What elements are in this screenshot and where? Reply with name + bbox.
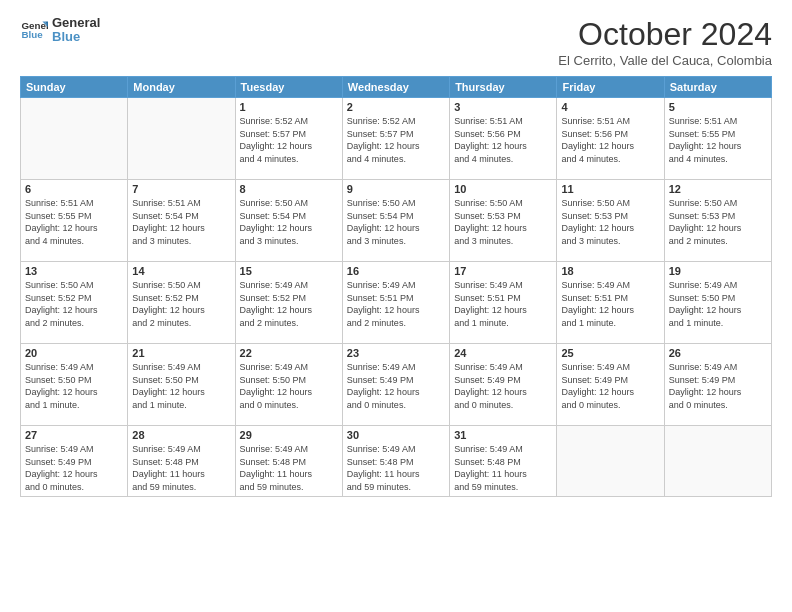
day-info: Sunrise: 5:49 AM Sunset: 5:48 PM Dayligh… <box>347 443 445 493</box>
day-number: 24 <box>454 347 552 359</box>
day-number: 6 <box>25 183 123 195</box>
title-block: October 2024 El Cerrito, Valle del Cauca… <box>558 16 772 68</box>
day-info: Sunrise: 5:49 AM Sunset: 5:49 PM Dayligh… <box>347 361 445 411</box>
day-info: Sunrise: 5:49 AM Sunset: 5:48 PM Dayligh… <box>240 443 338 493</box>
day-info: Sunrise: 5:49 AM Sunset: 5:49 PM Dayligh… <box>561 361 659 411</box>
table-row: 23Sunrise: 5:49 AM Sunset: 5:49 PM Dayli… <box>342 344 449 426</box>
day-number: 8 <box>240 183 338 195</box>
day-number: 16 <box>347 265 445 277</box>
day-number: 21 <box>132 347 230 359</box>
table-row: 13Sunrise: 5:50 AM Sunset: 5:52 PM Dayli… <box>21 262 128 344</box>
day-number: 11 <box>561 183 659 195</box>
logo: General Blue General Blue <box>20 16 100 45</box>
logo-text-general: General <box>52 16 100 30</box>
table-row: 19Sunrise: 5:49 AM Sunset: 5:50 PM Dayli… <box>664 262 771 344</box>
day-info: Sunrise: 5:49 AM Sunset: 5:52 PM Dayligh… <box>240 279 338 329</box>
table-row: 2Sunrise: 5:52 AM Sunset: 5:57 PM Daylig… <box>342 98 449 180</box>
table-row: 29Sunrise: 5:49 AM Sunset: 5:48 PM Dayli… <box>235 426 342 497</box>
day-number: 14 <box>132 265 230 277</box>
day-number: 25 <box>561 347 659 359</box>
table-row: 6Sunrise: 5:51 AM Sunset: 5:55 PM Daylig… <box>21 180 128 262</box>
day-info: Sunrise: 5:50 AM Sunset: 5:54 PM Dayligh… <box>347 197 445 247</box>
col-friday: Friday <box>557 77 664 98</box>
day-info: Sunrise: 5:49 AM Sunset: 5:48 PM Dayligh… <box>454 443 552 493</box>
col-sunday: Sunday <box>21 77 128 98</box>
day-number: 10 <box>454 183 552 195</box>
calendar: Sunday Monday Tuesday Wednesday Thursday… <box>20 76 772 497</box>
day-info: Sunrise: 5:51 AM Sunset: 5:56 PM Dayligh… <box>454 115 552 165</box>
day-info: Sunrise: 5:49 AM Sunset: 5:51 PM Dayligh… <box>347 279 445 329</box>
day-number: 7 <box>132 183 230 195</box>
table-row <box>21 98 128 180</box>
day-number: 30 <box>347 429 445 441</box>
day-info: Sunrise: 5:51 AM Sunset: 5:54 PM Dayligh… <box>132 197 230 247</box>
table-row: 9Sunrise: 5:50 AM Sunset: 5:54 PM Daylig… <box>342 180 449 262</box>
table-row: 26Sunrise: 5:49 AM Sunset: 5:49 PM Dayli… <box>664 344 771 426</box>
day-info: Sunrise: 5:50 AM Sunset: 5:52 PM Dayligh… <box>25 279 123 329</box>
day-info: Sunrise: 5:49 AM Sunset: 5:49 PM Dayligh… <box>669 361 767 411</box>
table-row: 1Sunrise: 5:52 AM Sunset: 5:57 PM Daylig… <box>235 98 342 180</box>
table-row: 14Sunrise: 5:50 AM Sunset: 5:52 PM Dayli… <box>128 262 235 344</box>
day-info: Sunrise: 5:51 AM Sunset: 5:55 PM Dayligh… <box>25 197 123 247</box>
table-row: 31Sunrise: 5:49 AM Sunset: 5:48 PM Dayli… <box>450 426 557 497</box>
table-row: 10Sunrise: 5:50 AM Sunset: 5:53 PM Dayli… <box>450 180 557 262</box>
day-info: Sunrise: 5:50 AM Sunset: 5:53 PM Dayligh… <box>561 197 659 247</box>
svg-text:Blue: Blue <box>21 30 43 41</box>
table-row: 4Sunrise: 5:51 AM Sunset: 5:56 PM Daylig… <box>557 98 664 180</box>
day-number: 12 <box>669 183 767 195</box>
day-number: 26 <box>669 347 767 359</box>
header: General Blue General Blue October 2024 E… <box>20 16 772 68</box>
table-row: 17Sunrise: 5:49 AM Sunset: 5:51 PM Dayli… <box>450 262 557 344</box>
table-row: 24Sunrise: 5:49 AM Sunset: 5:49 PM Dayli… <box>450 344 557 426</box>
table-row: 20Sunrise: 5:49 AM Sunset: 5:50 PM Dayli… <box>21 344 128 426</box>
day-number: 1 <box>240 101 338 113</box>
day-number: 4 <box>561 101 659 113</box>
day-info: Sunrise: 5:49 AM Sunset: 5:49 PM Dayligh… <box>25 443 123 493</box>
col-monday: Monday <box>128 77 235 98</box>
day-number: 5 <box>669 101 767 113</box>
day-info: Sunrise: 5:49 AM Sunset: 5:49 PM Dayligh… <box>454 361 552 411</box>
day-number: 13 <box>25 265 123 277</box>
day-number: 18 <box>561 265 659 277</box>
day-number: 23 <box>347 347 445 359</box>
table-row <box>557 426 664 497</box>
table-row: 15Sunrise: 5:49 AM Sunset: 5:52 PM Dayli… <box>235 262 342 344</box>
day-info: Sunrise: 5:49 AM Sunset: 5:50 PM Dayligh… <box>240 361 338 411</box>
day-info: Sunrise: 5:50 AM Sunset: 5:52 PM Dayligh… <box>132 279 230 329</box>
table-row: 18Sunrise: 5:49 AM Sunset: 5:51 PM Dayli… <box>557 262 664 344</box>
location: El Cerrito, Valle del Cauca, Colombia <box>558 53 772 68</box>
day-number: 31 <box>454 429 552 441</box>
table-row <box>128 98 235 180</box>
day-info: Sunrise: 5:52 AM Sunset: 5:57 PM Dayligh… <box>240 115 338 165</box>
col-saturday: Saturday <box>664 77 771 98</box>
col-thursday: Thursday <box>450 77 557 98</box>
day-number: 28 <box>132 429 230 441</box>
table-row: 28Sunrise: 5:49 AM Sunset: 5:48 PM Dayli… <box>128 426 235 497</box>
table-row: 7Sunrise: 5:51 AM Sunset: 5:54 PM Daylig… <box>128 180 235 262</box>
table-row: 21Sunrise: 5:49 AM Sunset: 5:50 PM Dayli… <box>128 344 235 426</box>
logo-icon: General Blue <box>20 16 48 44</box>
month-title: October 2024 <box>558 16 772 53</box>
day-number: 22 <box>240 347 338 359</box>
day-number: 17 <box>454 265 552 277</box>
table-row: 11Sunrise: 5:50 AM Sunset: 5:53 PM Dayli… <box>557 180 664 262</box>
day-number: 20 <box>25 347 123 359</box>
day-info: Sunrise: 5:49 AM Sunset: 5:50 PM Dayligh… <box>132 361 230 411</box>
day-number: 29 <box>240 429 338 441</box>
day-number: 15 <box>240 265 338 277</box>
day-number: 9 <box>347 183 445 195</box>
table-row: 5Sunrise: 5:51 AM Sunset: 5:55 PM Daylig… <box>664 98 771 180</box>
day-number: 19 <box>669 265 767 277</box>
day-info: Sunrise: 5:49 AM Sunset: 5:50 PM Dayligh… <box>669 279 767 329</box>
table-row: 27Sunrise: 5:49 AM Sunset: 5:49 PM Dayli… <box>21 426 128 497</box>
day-info: Sunrise: 5:49 AM Sunset: 5:51 PM Dayligh… <box>454 279 552 329</box>
table-row: 16Sunrise: 5:49 AM Sunset: 5:51 PM Dayli… <box>342 262 449 344</box>
col-tuesday: Tuesday <box>235 77 342 98</box>
day-info: Sunrise: 5:51 AM Sunset: 5:56 PM Dayligh… <box>561 115 659 165</box>
day-info: Sunrise: 5:50 AM Sunset: 5:54 PM Dayligh… <box>240 197 338 247</box>
table-row: 3Sunrise: 5:51 AM Sunset: 5:56 PM Daylig… <box>450 98 557 180</box>
logo-text-blue: Blue <box>52 30 100 44</box>
table-row <box>664 426 771 497</box>
table-row: 30Sunrise: 5:49 AM Sunset: 5:48 PM Dayli… <box>342 426 449 497</box>
day-info: Sunrise: 5:49 AM Sunset: 5:50 PM Dayligh… <box>25 361 123 411</box>
